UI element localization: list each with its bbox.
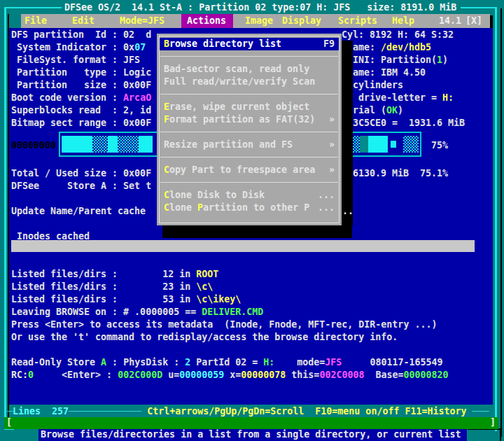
menu-separator xyxy=(157,88,342,101)
progress-segment-dither xyxy=(353,136,360,153)
field-superblocks: Superblocks read : 2, id xyxy=(11,104,151,117)
frame-line-left xyxy=(4,7,6,430)
command-input-line[interactable]: [ ] xyxy=(4,417,498,429)
dfsee-screen: DFSee OS/2 14.1 St-A : Partition 02 type… xyxy=(0,0,504,441)
menu-file[interactable]: File xyxy=(24,15,47,27)
menu-item-browse-directory[interactable]: Browse directory listF9 xyxy=(160,38,339,50)
field-ini-partition: INI: Partition(1) xyxy=(353,54,448,66)
hint-bar: Browse files/directories in a list from … xyxy=(38,429,467,441)
cmdline-bracket-open: [ xyxy=(6,416,12,429)
menu-separator xyxy=(157,176,342,189)
window-title: DFSee OS/2 14.1 St-A : Partition 02 type… xyxy=(64,1,456,14)
menu-item-bad-sector-scan[interactable]: Bad-sector scan, read only xyxy=(157,63,342,76)
menu-item-clone-disk[interactable]: Clone Disk to Disk... xyxy=(157,189,342,202)
menu-actions-active[interactable]: Actions xyxy=(181,14,233,28)
frame-line-right xyxy=(495,7,497,431)
leaving-browse-line: Leaving BROWSE on : # .0000005 == DELIVE… xyxy=(11,306,263,318)
listed-files-c: Listed files/dirs : 23 in \c\ xyxy=(11,281,213,293)
field-oem-name: ame: IBM 4.50 xyxy=(353,66,426,79)
field-volume-name: ame: /dev/hdb5 xyxy=(353,41,431,54)
progress-percent: 75% xyxy=(431,139,448,152)
frame-corner-bottom-right-v xyxy=(500,428,501,441)
field-system-indicator: System Indicator : 0x07 xyxy=(11,41,146,54)
menu-mode[interactable]: Mode=JFS xyxy=(120,15,164,27)
close-button[interactable]: [X] xyxy=(465,15,482,27)
frame-line-top-left xyxy=(4,7,62,8)
cmdline-bracket-close: ] xyxy=(490,416,496,429)
menu-help[interactable]: Help xyxy=(392,15,414,27)
frame-line-top-right xyxy=(461,7,497,8)
menu-separator xyxy=(157,126,342,139)
field-serial-ok: rial (OK) xyxy=(353,104,403,117)
menu-image[interactable]: Image xyxy=(245,15,273,27)
field-size-hex: 3C5CE0 = 1931.6 MiB xyxy=(353,117,465,130)
menu-item-copy-to-freespace[interactable]: Copy Part to freespace area» xyxy=(157,164,342,176)
progress-segment-dark xyxy=(360,136,368,153)
menu-item-full-verify-scan[interactable]: Full read/write/verify Scan xyxy=(157,76,342,88)
update-cache-tail: .. xyxy=(342,205,354,218)
version-label: 14.1 xyxy=(439,15,461,27)
press-enter-hint: Press <Enter> to access its metadata (In… xyxy=(11,318,437,331)
progress-segment-dither xyxy=(92,136,108,153)
field-geometry: Cyl: 8192 H: 64 S:32 xyxy=(342,29,454,41)
total-used-size: Total / Used size : 0x00F xyxy=(11,167,151,180)
field-partition-type: Partition type : Logic xyxy=(11,66,151,79)
menu-separator xyxy=(157,151,342,164)
menu-item-resize-partition[interactable]: Resize partition and FS» xyxy=(157,139,342,151)
status-store-line: Read-Only Store A : PhysDisk : 2 PartId … xyxy=(11,356,443,369)
listed-files-root: Listed files/dirs : 12 in ROOT xyxy=(11,268,218,281)
actions-dropdown-menu: Browse directory listF9 Bad-sector scan,… xyxy=(157,34,342,225)
menu-separator xyxy=(157,50,342,63)
menu-bar: File Edit Mode=JFS Actions Image Display… xyxy=(21,14,490,28)
frame-shade-left xyxy=(8,14,9,428)
field-partition-id: DFS partition Id : 02 d xyxy=(11,29,151,41)
lines-scroll-bar: ─Lines 257───────────── Ctrl+arrows/PgUp… xyxy=(7,405,489,418)
progress-segment xyxy=(139,136,153,153)
menu-edit[interactable]: Edit xyxy=(72,15,94,27)
field-filesys-format: FileSyst. format : JFS xyxy=(11,54,140,66)
status-rc-line: RC:0 <Enter> : 002C000D u=00000059 x=000… xyxy=(11,369,449,382)
field-boot-code: Boot code version : ArcaO xyxy=(11,92,151,104)
update-cache-line: Update Name/Parent cache xyxy=(11,205,146,218)
menu-scripts[interactable]: Scripts xyxy=(338,15,377,27)
menu-item-erase-wipe[interactable]: Erase, wipe current object xyxy=(157,101,342,113)
progress-segment xyxy=(108,136,118,153)
menu-item-clone-partition[interactable]: Clone Partition to other P... xyxy=(157,202,342,214)
dropdown-shadow-bottom xyxy=(162,225,352,238)
progress-offset-label: 00000000 xyxy=(11,139,56,152)
field-bitmap-range: Bitmap sect range : 0x00F xyxy=(11,117,151,130)
progress-segment-dither xyxy=(118,136,139,153)
field-partition-size: Partition size : 0x00F xyxy=(11,79,151,92)
progress-segment xyxy=(368,136,388,153)
menu-display[interactable]: Display xyxy=(282,15,321,27)
dropdown-shadow-right xyxy=(342,41,353,225)
t-command-hint: Or use the 't' command to redisplay/acce… xyxy=(11,331,398,344)
total-used-value: 6130.9 MiB 75.1% xyxy=(353,167,448,180)
dfsee-store-line: DFSee Store A : Set t xyxy=(11,180,151,192)
menubar-shade xyxy=(490,15,493,28)
listed-files-ikey: Listed files/dirs : 53 in \c\ikey\ xyxy=(11,293,241,306)
field-drive-letter: drive-letter = H: xyxy=(353,92,454,104)
hint-text: Browse files/directories in a list from … xyxy=(41,428,461,441)
progress-segment-dither xyxy=(403,136,419,153)
frame-shade-right xyxy=(500,8,502,437)
menu-item-format-fat32[interactable]: Format partition as FAT(32)» xyxy=(157,113,342,126)
progress-segment-small xyxy=(391,141,396,148)
field-cylinders: cylinders xyxy=(353,79,403,92)
inodes-progress-track xyxy=(11,240,475,252)
progress-segment xyxy=(62,136,92,153)
